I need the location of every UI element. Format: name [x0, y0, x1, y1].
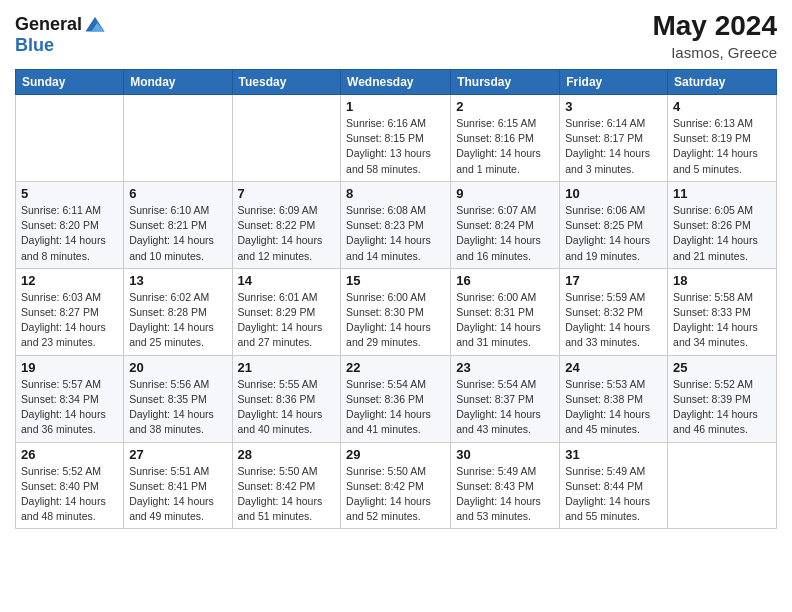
col-wednesday: Wednesday — [341, 70, 451, 95]
day-number: 6 — [129, 186, 226, 201]
day-cell-3-5: 16Sunrise: 6:00 AM Sunset: 8:31 PM Dayli… — [451, 268, 560, 355]
day-info: Sunrise: 5:58 AM Sunset: 8:33 PM Dayligh… — [673, 290, 771, 351]
day-cell-4-2: 20Sunrise: 5:56 AM Sunset: 8:35 PM Dayli… — [124, 355, 232, 442]
day-number: 31 — [565, 447, 662, 462]
day-number: 4 — [673, 99, 771, 114]
day-number: 13 — [129, 273, 226, 288]
col-sunday: Sunday — [16, 70, 124, 95]
day-number: 28 — [238, 447, 336, 462]
day-cell-1-2 — [124, 95, 232, 182]
day-info: Sunrise: 6:00 AM Sunset: 8:30 PM Dayligh… — [346, 290, 445, 351]
day-cell-5-6: 31Sunrise: 5:49 AM Sunset: 8:44 PM Dayli… — [560, 442, 668, 529]
day-number: 9 — [456, 186, 554, 201]
day-cell-2-2: 6Sunrise: 6:10 AM Sunset: 8:21 PM Daylig… — [124, 181, 232, 268]
location-title: Iasmos, Greece — [652, 44, 777, 61]
day-info: Sunrise: 5:57 AM Sunset: 8:34 PM Dayligh… — [21, 377, 118, 438]
day-number: 5 — [21, 186, 118, 201]
day-info: Sunrise: 6:14 AM Sunset: 8:17 PM Dayligh… — [565, 116, 662, 177]
day-info: Sunrise: 6:11 AM Sunset: 8:20 PM Dayligh… — [21, 203, 118, 264]
week-row-1: 1Sunrise: 6:16 AM Sunset: 8:15 PM Daylig… — [16, 95, 777, 182]
logo-text-blue: Blue — [15, 36, 54, 56]
day-info: Sunrise: 6:03 AM Sunset: 8:27 PM Dayligh… — [21, 290, 118, 351]
day-number: 8 — [346, 186, 445, 201]
day-info: Sunrise: 5:50 AM Sunset: 8:42 PM Dayligh… — [238, 464, 336, 525]
month-title: May 2024 — [652, 10, 777, 42]
day-info: Sunrise: 6:15 AM Sunset: 8:16 PM Dayligh… — [456, 116, 554, 177]
day-cell-5-5: 30Sunrise: 5:49 AM Sunset: 8:43 PM Dayli… — [451, 442, 560, 529]
day-info: Sunrise: 6:10 AM Sunset: 8:21 PM Dayligh… — [129, 203, 226, 264]
day-cell-2-5: 9Sunrise: 6:07 AM Sunset: 8:24 PM Daylig… — [451, 181, 560, 268]
col-saturday: Saturday — [668, 70, 777, 95]
day-cell-1-1 — [16, 95, 124, 182]
day-cell-5-4: 29Sunrise: 5:50 AM Sunset: 8:42 PM Dayli… — [341, 442, 451, 529]
title-block: May 2024 Iasmos, Greece — [652, 10, 777, 61]
day-number: 11 — [673, 186, 771, 201]
day-cell-1-3 — [232, 95, 341, 182]
day-cell-1-4: 1Sunrise: 6:16 AM Sunset: 8:15 PM Daylig… — [341, 95, 451, 182]
day-number: 7 — [238, 186, 336, 201]
day-cell-4-3: 21Sunrise: 5:55 AM Sunset: 8:36 PM Dayli… — [232, 355, 341, 442]
week-row-2: 5Sunrise: 6:11 AM Sunset: 8:20 PM Daylig… — [16, 181, 777, 268]
day-info: Sunrise: 5:56 AM Sunset: 8:35 PM Dayligh… — [129, 377, 226, 438]
day-info: Sunrise: 5:53 AM Sunset: 8:38 PM Dayligh… — [565, 377, 662, 438]
day-cell-4-6: 24Sunrise: 5:53 AM Sunset: 8:38 PM Dayli… — [560, 355, 668, 442]
day-number: 29 — [346, 447, 445, 462]
day-cell-3-4: 15Sunrise: 6:00 AM Sunset: 8:30 PM Dayli… — [341, 268, 451, 355]
day-info: Sunrise: 6:00 AM Sunset: 8:31 PM Dayligh… — [456, 290, 554, 351]
day-number: 26 — [21, 447, 118, 462]
header: General Blue May 2024 Iasmos, Greece — [15, 10, 777, 61]
day-info: Sunrise: 5:54 AM Sunset: 8:36 PM Dayligh… — [346, 377, 445, 438]
day-info: Sunrise: 6:13 AM Sunset: 8:19 PM Dayligh… — [673, 116, 771, 177]
week-row-3: 12Sunrise: 6:03 AM Sunset: 8:27 PM Dayli… — [16, 268, 777, 355]
day-info: Sunrise: 5:59 AM Sunset: 8:32 PM Dayligh… — [565, 290, 662, 351]
day-info: Sunrise: 6:01 AM Sunset: 8:29 PM Dayligh… — [238, 290, 336, 351]
col-thursday: Thursday — [451, 70, 560, 95]
day-cell-1-6: 3Sunrise: 6:14 AM Sunset: 8:17 PM Daylig… — [560, 95, 668, 182]
day-info: Sunrise: 5:49 AM Sunset: 8:44 PM Dayligh… — [565, 464, 662, 525]
day-number: 15 — [346, 273, 445, 288]
day-number: 19 — [21, 360, 118, 375]
day-cell-2-1: 5Sunrise: 6:11 AM Sunset: 8:20 PM Daylig… — [16, 181, 124, 268]
day-cell-4-5: 23Sunrise: 5:54 AM Sunset: 8:37 PM Dayli… — [451, 355, 560, 442]
calendar-header-row: Sunday Monday Tuesday Wednesday Thursday… — [16, 70, 777, 95]
day-cell-2-3: 7Sunrise: 6:09 AM Sunset: 8:22 PM Daylig… — [232, 181, 341, 268]
day-number: 10 — [565, 186, 662, 201]
day-number: 22 — [346, 360, 445, 375]
col-monday: Monday — [124, 70, 232, 95]
page: General Blue May 2024 Iasmos, Greece Sun… — [0, 0, 792, 612]
day-info: Sunrise: 6:08 AM Sunset: 8:23 PM Dayligh… — [346, 203, 445, 264]
day-info: Sunrise: 5:54 AM Sunset: 8:37 PM Dayligh… — [456, 377, 554, 438]
day-cell-3-3: 14Sunrise: 6:01 AM Sunset: 8:29 PM Dayli… — [232, 268, 341, 355]
day-cell-3-2: 13Sunrise: 6:02 AM Sunset: 8:28 PM Dayli… — [124, 268, 232, 355]
day-cell-5-1: 26Sunrise: 5:52 AM Sunset: 8:40 PM Dayli… — [16, 442, 124, 529]
day-number: 24 — [565, 360, 662, 375]
day-cell-2-6: 10Sunrise: 6:06 AM Sunset: 8:25 PM Dayli… — [560, 181, 668, 268]
day-number: 2 — [456, 99, 554, 114]
day-number: 17 — [565, 273, 662, 288]
day-info: Sunrise: 6:06 AM Sunset: 8:25 PM Dayligh… — [565, 203, 662, 264]
logo: General Blue — [15, 14, 106, 56]
day-info: Sunrise: 5:50 AM Sunset: 8:42 PM Dayligh… — [346, 464, 445, 525]
day-cell-1-7: 4Sunrise: 6:13 AM Sunset: 8:19 PM Daylig… — [668, 95, 777, 182]
day-cell-2-4: 8Sunrise: 6:08 AM Sunset: 8:23 PM Daylig… — [341, 181, 451, 268]
day-number: 20 — [129, 360, 226, 375]
day-number: 18 — [673, 273, 771, 288]
day-cell-4-1: 19Sunrise: 5:57 AM Sunset: 8:34 PM Dayli… — [16, 355, 124, 442]
day-number: 1 — [346, 99, 445, 114]
day-number: 25 — [673, 360, 771, 375]
day-info: Sunrise: 5:55 AM Sunset: 8:36 PM Dayligh… — [238, 377, 336, 438]
day-cell-5-2: 27Sunrise: 5:51 AM Sunset: 8:41 PM Dayli… — [124, 442, 232, 529]
day-cell-4-4: 22Sunrise: 5:54 AM Sunset: 8:36 PM Dayli… — [341, 355, 451, 442]
day-number: 21 — [238, 360, 336, 375]
week-row-5: 26Sunrise: 5:52 AM Sunset: 8:40 PM Dayli… — [16, 442, 777, 529]
day-cell-3-6: 17Sunrise: 5:59 AM Sunset: 8:32 PM Dayli… — [560, 268, 668, 355]
day-cell-2-7: 11Sunrise: 6:05 AM Sunset: 8:26 PM Dayli… — [668, 181, 777, 268]
col-tuesday: Tuesday — [232, 70, 341, 95]
logo-icon — [84, 14, 106, 36]
week-row-4: 19Sunrise: 5:57 AM Sunset: 8:34 PM Dayli… — [16, 355, 777, 442]
day-cell-5-3: 28Sunrise: 5:50 AM Sunset: 8:42 PM Dayli… — [232, 442, 341, 529]
day-number: 27 — [129, 447, 226, 462]
day-info: Sunrise: 6:09 AM Sunset: 8:22 PM Dayligh… — [238, 203, 336, 264]
day-number: 3 — [565, 99, 662, 114]
day-number: 23 — [456, 360, 554, 375]
